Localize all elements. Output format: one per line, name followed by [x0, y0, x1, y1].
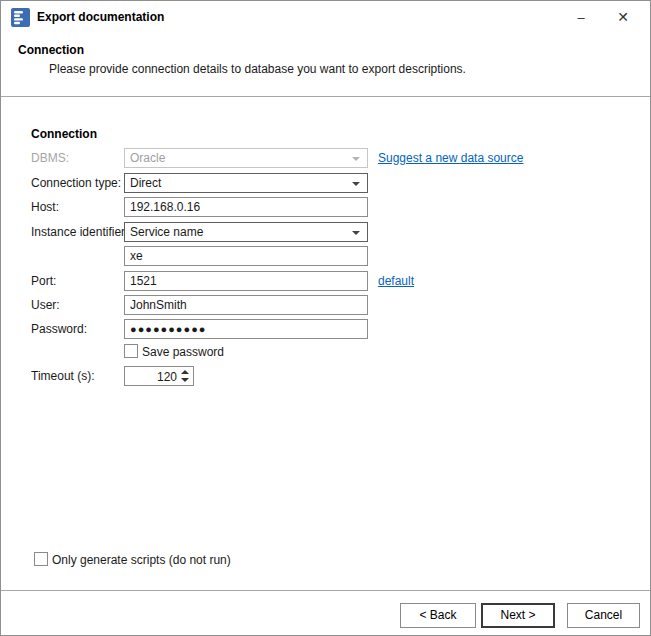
timeout-value: 120: [157, 370, 177, 384]
timeout-label: Timeout (s):: [31, 369, 95, 383]
dbms-selected-value: Oracle: [130, 151, 165, 165]
suggest-data-source-link[interactable]: Suggest a new data source: [378, 151, 523, 165]
minimize-button[interactable]: –: [564, 1, 598, 34]
export-documentation-dialog: Export documentation – ✕ Connection Plea…: [0, 0, 651, 636]
page-description: Please provide connection details to dat…: [49, 62, 466, 76]
connection-type-label: Connection type:: [31, 176, 121, 190]
chevron-down-icon: [352, 182, 360, 186]
only-generate-scripts-label: Only generate scripts (do not run): [52, 553, 231, 567]
port-input[interactable]: [124, 271, 368, 291]
instance-identifier-selected-value: Service name: [130, 225, 203, 239]
connection-type-selected-value: Direct: [130, 176, 161, 190]
spinner-down-icon[interactable]: [180, 375, 190, 384]
next-button[interactable]: Next >: [481, 603, 555, 628]
dbms-select: Oracle: [124, 148, 368, 168]
user-label: User:: [31, 298, 60, 312]
app-logo-icon: [11, 8, 30, 27]
timeout-stepper[interactable]: 120: [124, 366, 194, 386]
window-title: Export documentation: [37, 10, 164, 24]
only-generate-scripts-checkbox[interactable]: [34, 552, 48, 566]
connection-group-title: Connection: [31, 127, 97, 141]
save-password-label: Save password: [142, 345, 224, 359]
close-button[interactable]: ✕: [606, 1, 640, 34]
footer-separator: [1, 590, 650, 591]
host-input[interactable]: [124, 197, 368, 217]
back-button[interactable]: < Back: [400, 603, 476, 628]
instance-identifier-value-input[interactable]: [124, 246, 368, 266]
default-port-link[interactable]: default: [378, 274, 414, 288]
instance-identifier-select[interactable]: Service name: [124, 222, 368, 242]
user-input[interactable]: [124, 295, 368, 315]
port-label: Port:: [31, 274, 56, 288]
password-input[interactable]: [124, 319, 368, 339]
password-label: Password:: [31, 322, 87, 336]
dbms-label: DBMS:: [31, 151, 69, 165]
save-password-checkbox[interactable]: [124, 344, 138, 358]
cancel-button[interactable]: Cancel: [567, 603, 640, 628]
instance-identifier-label: Instance identifier: [31, 225, 125, 239]
chevron-down-icon: [352, 231, 360, 235]
host-label: Host:: [31, 200, 59, 214]
chevron-down-icon: [352, 157, 360, 161]
connection-type-select[interactable]: Direct: [124, 173, 368, 193]
title-bar[interactable]: Export documentation – ✕: [1, 1, 650, 34]
header-separator: [1, 96, 650, 97]
page-title: Connection: [18, 43, 84, 57]
